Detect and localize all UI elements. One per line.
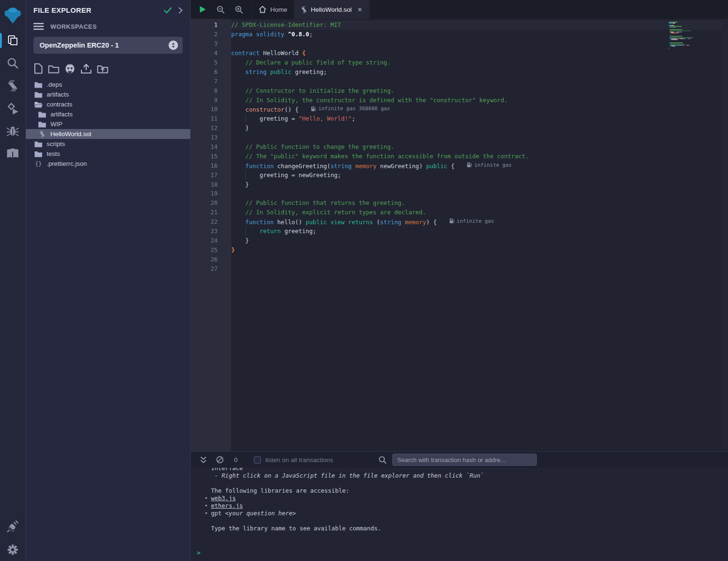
code-line-26: 26 — [191, 254, 728, 264]
tree-item-artifacts[interactable]: artifacts — [26, 89, 190, 99]
activity-item-search[interactable] — [0, 52, 26, 74]
code-line-25: 25} — [191, 245, 728, 254]
line-number: 5 — [191, 59, 218, 66]
solidity-file-icon — [39, 130, 45, 138]
line-number: 3 — [191, 40, 218, 47]
editor-scrollbar-track[interactable] — [721, 19, 728, 451]
code-line-20: 20 // Public function that returns the g… — [191, 198, 728, 208]
plug-icon — [7, 520, 19, 533]
line-number: 25 — [191, 246, 218, 253]
solidity-icon — [7, 80, 18, 92]
tree-item--prettierrc-json[interactable]: {}.prettierrc.json — [26, 159, 190, 169]
line-number: 1 — [191, 21, 218, 28]
terminal-search-icon — [379, 456, 387, 464]
tree-item-contracts[interactable]: contracts — [26, 99, 190, 109]
terminal-search-input[interactable] — [392, 454, 537, 466]
folder-icon — [38, 111, 46, 118]
expand-terminal-icon[interactable] — [200, 456, 207, 463]
activity-item-settings[interactable] — [0, 538, 26, 561]
terminal-toolbar: 0 listen on all transactions — [191, 452, 728, 468]
terminal-line: - Right click on a JavaScript file in th… — [211, 472, 728, 480]
workspace-dropdown-arrows-icon — [169, 41, 178, 50]
line-number: 2 — [191, 31, 218, 38]
panel-title: FILE EXPLORER — [33, 6, 157, 14]
remix-ide-app: FILE EXPLORER WORKSPACES OpenZeppelin ER… — [0, 0, 728, 561]
bug-icon — [7, 125, 19, 137]
home-icon — [259, 6, 267, 13]
tree-item-label: scripts — [47, 140, 65, 147]
activity-bar — [0, 0, 26, 561]
code-line-11: 11 greeting = "Hello, World!"; — [191, 114, 728, 123]
activity-item-solidity-compiler[interactable] — [0, 74, 26, 97]
zoom-out-icon[interactable] — [217, 6, 225, 14]
activity-item-plugin-manager[interactable] — [0, 515, 26, 538]
tree-item-artifacts[interactable]: artifacts — [26, 109, 190, 119]
code-line-4: 4contract HelloWorld { — [191, 49, 728, 58]
line-number: 24 — [191, 237, 218, 244]
code-line-17: 17 greeting = newGreeting; — [191, 170, 728, 179]
listen-transactions-checkbox[interactable] — [254, 456, 261, 463]
clear-console-icon[interactable] — [216, 456, 224, 463]
code-editor[interactable]: 1// SPDX-License-Identifier: MIT2pragma … — [191, 19, 728, 451]
activity-item-deploy-run[interactable] — [0, 97, 26, 120]
code-line-22: 22 function hello() public view returns … — [191, 217, 728, 227]
activity-item-file-explorer[interactable] — [0, 29, 26, 52]
workspace-select[interactable]: OpenZeppelin ERC20 - 1 — [33, 37, 183, 54]
line-number: 16 — [191, 162, 218, 169]
tree-item-label: WIP — [50, 121, 63, 128]
line-number: 27 — [191, 265, 218, 272]
search-icon — [7, 57, 19, 69]
line-number: 17 — [191, 171, 218, 179]
activity-item-learneth[interactable] — [0, 142, 26, 165]
code-line-3: 3 — [191, 39, 728, 49]
workspaces-label: WORKSPACES — [50, 23, 97, 30]
tree-item-tests[interactable]: tests — [26, 149, 190, 159]
chevron-right-icon[interactable] — [178, 7, 183, 14]
tree-item-wip[interactable]: WIP — [26, 119, 190, 129]
tab-helloworld-sol[interactable]: HelloWorld.sol✕ — [294, 0, 370, 19]
run-script-button[interactable] — [199, 6, 206, 13]
folder-icon — [38, 121, 46, 128]
line-number: 11 — [191, 115, 218, 122]
code-line-10: 10 constructor() {infinite gas 368600 ga… — [191, 105, 728, 114]
activity-item-remix-logo[interactable] — [0, 1, 26, 29]
tree-item--deps[interactable]: .deps — [26, 80, 190, 89]
terminal-link[interactable]: ethers.js — [211, 502, 243, 509]
code-line-24: 24 } — [191, 236, 728, 245]
tab-home[interactable]: Home — [251, 0, 294, 19]
deploy-icon — [7, 102, 19, 114]
hamburger-menu-icon[interactable] — [33, 23, 44, 30]
terminal-link[interactable]: web3.js — [211, 495, 236, 502]
editor-minimap[interactable] — [669, 19, 721, 51]
tree-item-label: .deps — [47, 81, 62, 88]
line-number: 20 — [191, 199, 218, 206]
upload-file-icon[interactable] — [81, 64, 92, 74]
zoom-in-icon[interactable] — [235, 6, 243, 14]
close-tab-icon[interactable]: ✕ — [357, 6, 363, 13]
tree-item-label: HelloWorld.sol — [50, 130, 91, 138]
terminal-prompt[interactable]: > — [197, 549, 201, 556]
line-number: 18 — [191, 181, 218, 188]
solidity-file-icon — [301, 6, 307, 13]
github-icon[interactable] — [65, 63, 75, 74]
new-folder-icon[interactable] — [48, 64, 59, 73]
code-line-23: 23 return greeting; — [191, 227, 728, 236]
tree-item-scripts[interactable]: scripts — [26, 139, 190, 149]
gas-estimate-badge: infinite gas 368600 gas — [311, 106, 390, 112]
folder-icon — [34, 91, 42, 98]
file-explorer-toolbar — [26, 57, 190, 78]
tree-item-helloworld-sol[interactable]: HelloWorld.sol — [26, 129, 190, 139]
activity-item-debugger[interactable] — [0, 120, 26, 142]
upload-folder-icon[interactable] — [97, 64, 108, 73]
line-number: 21 — [191, 209, 218, 216]
file-explorer-panel: FILE EXPLORER WORKSPACES OpenZeppelin ER… — [26, 0, 191, 561]
terminal-output[interactable]: interface - Right click on a JavaScript … — [191, 468, 728, 561]
workspace-selected-value: OpenZeppelin ERC20 - 1 — [40, 41, 169, 49]
tree-item-label: tests — [47, 150, 60, 157]
accept-check-icon[interactable] — [164, 7, 172, 14]
terminal-line: The following libraries are accessible: — [211, 487, 728, 495]
tree-item-label: contracts — [47, 101, 73, 108]
gas-pump-icon — [449, 218, 454, 224]
new-file-icon[interactable] — [34, 63, 43, 74]
terminal-line — [211, 517, 728, 525]
